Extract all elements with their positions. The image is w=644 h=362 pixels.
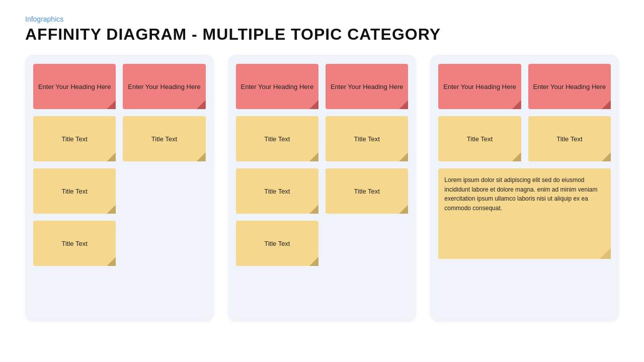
heading-row-1: Enter Your Heading HereEnter Your Headin…: [33, 64, 206, 109]
body-row-3-1: Title TextTitle Text: [438, 116, 611, 161]
body-row-2-2: Title TextTitle Text: [236, 168, 409, 214]
heading-note-1-1: Enter Your Heading Here: [33, 64, 116, 109]
body-note-1-1-2: Title Text: [123, 116, 205, 161]
body-row-3-2: Lorem ipsum dolor sit adipiscing elit se…: [438, 168, 611, 259]
columns-container: Enter Your Heading HereEnter Your Headin…: [25, 55, 619, 356]
page: Infographics AFFINITY DIAGRAM - MULTIPLE…: [0, 0, 644, 362]
heading-note-3-1: Enter Your Heading Here: [438, 64, 521, 109]
infographics-label: Infographics: [25, 15, 619, 23]
column-card-2: Enter Your Heading HereEnter Your Headin…: [228, 55, 417, 321]
body-note-1-3-1: Title Text: [33, 221, 116, 266]
heading-note-3-2: Enter Your Heading Here: [528, 64, 611, 109]
body-note-2-2-2: Title Text: [326, 168, 408, 214]
body-note-large-3-2-1: Lorem ipsum dolor sit adipiscing elit se…: [438, 168, 611, 259]
body-note-2-2-1: Title Text: [236, 168, 318, 214]
body-row-2-3: Title Text: [236, 221, 409, 266]
body-row-2-1: Title TextTitle Text: [236, 116, 409, 161]
main-title: AFFINITY DIAGRAM - MULTIPLE TOPIC CATEGO…: [25, 25, 619, 44]
body-note-1-1-1: Title Text: [33, 116, 116, 161]
heading-row-2: Enter Your Heading HereEnter Your Headin…: [236, 64, 409, 109]
body-note-2-3-1: Title Text: [236, 221, 318, 266]
body-row-1-2: Title Text: [33, 168, 206, 214]
body-row-1-1: Title TextTitle Text: [33, 116, 206, 161]
body-note-3-1-1: Title Text: [438, 116, 521, 161]
header: Infographics AFFINITY DIAGRAM - MULTIPLE…: [25, 15, 619, 44]
heading-note-1-2: Enter Your Heading Here: [123, 64, 205, 109]
heading-row-3: Enter Your Heading HereEnter Your Headin…: [438, 64, 611, 109]
heading-note-2-2: Enter Your Heading Here: [326, 64, 408, 109]
body-note-2-1-2: Title Text: [326, 116, 408, 161]
column-card-1: Enter Your Heading HereEnter Your Headin…: [25, 55, 214, 321]
body-note-3-1-2: Title Text: [528, 116, 611, 161]
body-note-1-2-1: Title Text: [33, 168, 116, 214]
column-card-3: Enter Your Heading HereEnter Your Headin…: [430, 55, 619, 321]
body-row-1-3: Title Text: [33, 221, 206, 266]
heading-note-2-1: Enter Your Heading Here: [236, 64, 318, 109]
body-note-2-1-1: Title Text: [236, 116, 318, 161]
